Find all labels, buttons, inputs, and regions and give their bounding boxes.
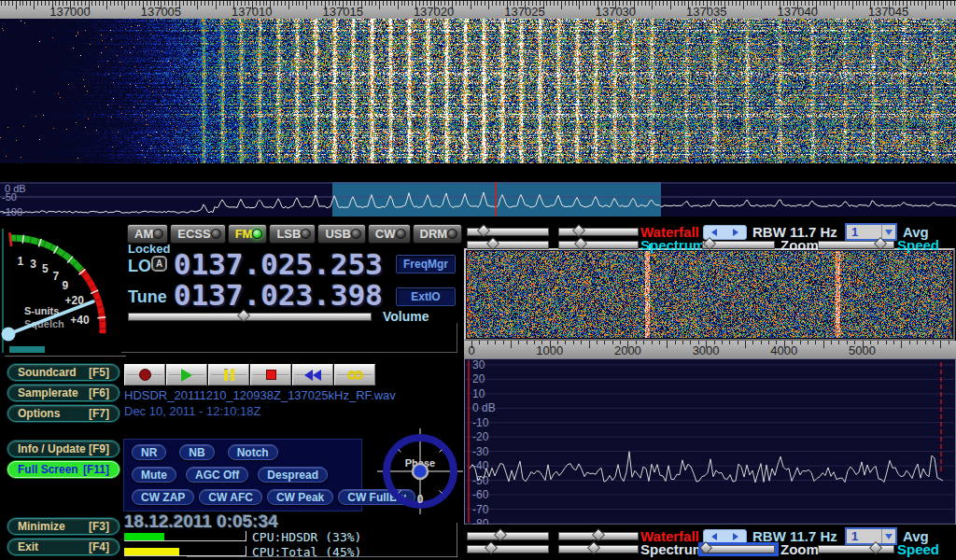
- mode-led-indicator: [396, 229, 406, 239]
- cluster_top-spectrum-brightness-slider[interactable]: [467, 241, 549, 249]
- cluster_top-speed-slider[interactable]: [818, 241, 894, 249]
- cluster_bottom-speed-slider[interactable]: [818, 545, 894, 553]
- cluster_top-waterfall-contrast-slider[interactable]: [558, 228, 639, 236]
- scale-tick: [288, 1, 289, 9]
- dsp-button-notch[interactable]: Notch: [228, 444, 278, 460]
- dsp-button-agc-off[interactable]: AGC Off: [186, 467, 248, 483]
- lo-frequency-display[interactable]: 0137.025.253: [174, 250, 383, 279]
- mode-button-lsb[interactable]: LSB: [269, 224, 316, 244]
- cluster_top-waterfall-brightness-slider[interactable]: [467, 228, 549, 236]
- mode-led-indicator: [211, 229, 221, 239]
- cluster_bottom-waterfall-contrast-slider-thumb[interactable]: [592, 528, 605, 541]
- cpu-total-fill: [124, 548, 179, 555]
- cluster_top-spectrum-contrast-slider[interactable]: [558, 241, 639, 249]
- scale-tick: [576, 1, 577, 6]
- rf-waterfall-display[interactable]: [467, 251, 952, 338]
- rf-scale-tick: [745, 341, 746, 348]
- record-button[interactable]: [124, 364, 165, 385]
- cluster_bottom-waterfall-contrast-slider[interactable]: [558, 532, 639, 540]
- sidebar-button-options[interactable]: Options[F7]: [7, 405, 120, 422]
- cluster_bottom-spectrum-contrast-slider[interactable]: [558, 545, 639, 553]
- pause-button[interactable]: [208, 364, 249, 385]
- dsp-button-despread[interactable]: Despread: [258, 467, 328, 483]
- spinner-left-arrow-icon[interactable]: [711, 229, 717, 236]
- sidebar-button-full-screen[interactable]: Full Screen[F11]: [7, 461, 120, 478]
- cluster_top-avg-dropdown[interactable]: 1: [845, 223, 897, 241]
- rf-frequency-scale[interactable]: 010002000300040005000: [464, 341, 956, 358]
- sidebar-button-soundcard[interactable]: Soundcard[F5]: [7, 364, 120, 381]
- mode-button-fm[interactable]: FM: [228, 224, 268, 244]
- dsp-button-nb[interactable]: NB: [179, 444, 214, 460]
- dsp-button-cw-zap[interactable]: CW ZAP: [132, 489, 194, 505]
- rf-scale-tick: [815, 341, 816, 344]
- main-spectrum-display[interactable]: [0, 182, 956, 217]
- main-scale-label: 137010: [224, 5, 280, 19]
- dropdown-arrow-icon[interactable]: [881, 225, 895, 239]
- mode-button-usb[interactable]: USB: [317, 224, 365, 244]
- dsp-button-nr[interactable]: NR: [132, 444, 166, 460]
- lo-auto-badge[interactable]: A: [151, 256, 167, 272]
- mode-button-am[interactable]: AM: [127, 224, 168, 244]
- scale-tick: [751, 1, 752, 6]
- dropdown-arrow-icon[interactable]: [881, 529, 895, 543]
- main-scale-label: 137005: [133, 5, 189, 19]
- play-button[interactable]: [166, 364, 207, 385]
- rewind-button[interactable]: [292, 364, 333, 385]
- scale-tick: [488, 1, 489, 9]
- scale-tick: [394, 1, 395, 6]
- cluster_top-waterfall-brightness-slider-thumb[interactable]: [477, 224, 490, 237]
- phase-dial[interactable]: Phase 0: [377, 428, 463, 514]
- squelch-marker[interactable]: [10, 232, 12, 246]
- cluster_bottom-zoom-slider[interactable]: [702, 545, 775, 553]
- tune-frequency-display[interactable]: 0137.023.398: [174, 281, 383, 310]
- smeter-tick-label: 9: [62, 279, 68, 292]
- cluster_bottom-spectrum-brightness-slider[interactable]: [467, 545, 549, 553]
- phase-value: 0: [417, 493, 424, 506]
- mode-button-ecss[interactable]: ECSS: [170, 224, 225, 244]
- sidebar-button-info-update[interactable]: Info / Update[F9]: [7, 441, 120, 457]
- extio-button[interactable]: ExtIO: [396, 287, 456, 306]
- cluster_top-spectrum-contrast-slider-thumb[interactable]: [573, 237, 586, 250]
- main-waterfall-display[interactable]: [0, 0, 956, 163]
- cluster_bottom-avg-dropdown[interactable]: 1: [845, 527, 897, 545]
- rf-spectrum-display[interactable]: 3020100 dB-10-20-30-40-50-60-70-80: [464, 358, 956, 525]
- scale-tick: [554, 1, 555, 6]
- cluster_bottom-zoom-label: Zoom: [780, 541, 819, 557]
- mode-button-cw[interactable]: CW: [368, 224, 411, 244]
- sidebar-button-label: Options: [18, 407, 60, 420]
- cluster_bottom-waterfall-brightness-slider-thumb[interactable]: [494, 528, 507, 541]
- spinner-right-arrow-icon[interactable]: [733, 229, 738, 236]
- cluster_top-zoom-slider[interactable]: [702, 241, 775, 249]
- sidebar-button-exit[interactable]: Exit[F4]: [7, 539, 120, 555]
- cpu-hdsdr-fill: [124, 533, 164, 540]
- dsp-button-mute[interactable]: Mute: [132, 467, 176, 483]
- sidebar-button-samplerate[interactable]: Samplerate[F6]: [7, 385, 120, 401]
- stop-button[interactable]: [250, 364, 291, 385]
- dsp-button-cw-afc[interactable]: CW AFC: [199, 489, 262, 505]
- cluster_top-waterfall-contrast-slider-thumb[interactable]: [572, 224, 585, 237]
- scale-tick: [463, 1, 464, 6]
- dsp-button-cw-peak[interactable]: CW Peak: [267, 489, 333, 505]
- scale-tick: [849, 1, 850, 6]
- loop-button[interactable]: [334, 364, 375, 385]
- scale-tick: [663, 1, 664, 6]
- spinner-right-arrow-icon[interactable]: [733, 533, 738, 540]
- scale-tick: [375, 1, 376, 6]
- cluster_top-spectrum-brightness-slider-thumb[interactable]: [486, 237, 499, 250]
- freqmgr-button[interactable]: FreqMgr: [396, 255, 456, 273]
- scale-tick: [296, 1, 297, 6]
- cluster_bottom-spectrum-contrast-slider-thumb[interactable]: [587, 541, 600, 554]
- mode-button-drm[interactable]: DRM: [413, 224, 463, 244]
- rf-scale-tick: [925, 341, 926, 344]
- sidebar-button-minimize[interactable]: Minimize[F3]: [7, 518, 120, 535]
- spinner-left-arrow-icon[interactable]: [711, 533, 717, 540]
- phase-center-knob[interactable]: [413, 464, 428, 479]
- s-meter[interactable]: 13579+20+40 S-units Squelch: [0, 224, 117, 364]
- cluster_bottom-spectrum-brightness-slider-thumb[interactable]: [485, 541, 498, 554]
- volume-slider[interactable]: [128, 313, 372, 321]
- scale-tick: [114, 1, 115, 6]
- spectrum-selection-region[interactable]: [332, 182, 661, 217]
- scale-tick: [572, 1, 573, 6]
- cluster_bottom-waterfall-brightness-slider[interactable]: [467, 532, 549, 540]
- main-frequency-scale[interactable]: 1370001370051370101370151370201370251370…: [0, 0, 956, 19]
